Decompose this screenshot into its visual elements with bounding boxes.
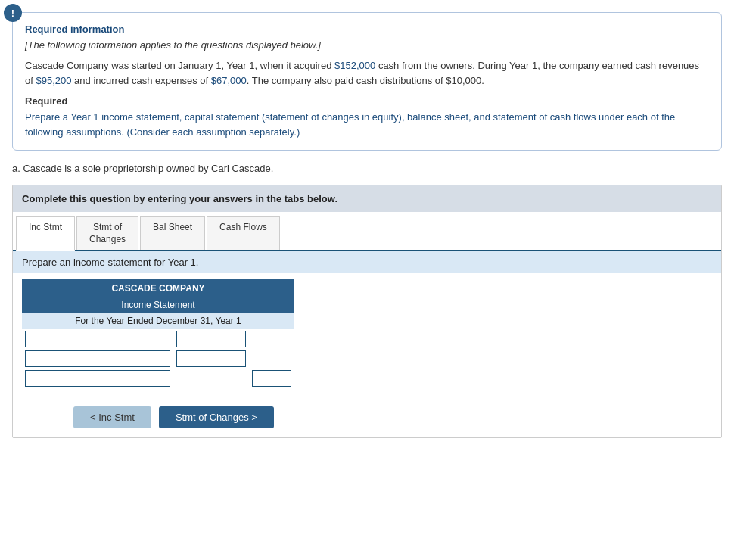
tab-cash-flows[interactable]: Cash Flows bbox=[207, 216, 280, 250]
row1-label-cell bbox=[22, 329, 173, 349]
row2-label-cell bbox=[22, 349, 173, 369]
row2-value-cell bbox=[173, 349, 249, 369]
company-name: CASCADE COMPANY bbox=[22, 279, 294, 297]
row3-value2-input[interactable] bbox=[252, 370, 291, 387]
info-title: Required information bbox=[25, 23, 709, 35]
row1-value2-cell bbox=[249, 329, 294, 349]
navigation-buttons: < Inc Stmt Stmt of Changes > bbox=[13, 397, 721, 437]
tab-section: Complete this question by entering your … bbox=[12, 185, 722, 438]
info-box: ! Required information [The following in… bbox=[12, 12, 722, 151]
table-company-row: CASCADE COMPANY bbox=[22, 279, 294, 297]
row2-value2-cell bbox=[249, 349, 294, 369]
income-statement-table: CASCADE COMPANY Income Statement For the… bbox=[22, 279, 294, 388]
tabs-row: Inc Stmt Stmt ofChanges Bal Sheet Cash F… bbox=[13, 212, 721, 251]
table-row bbox=[22, 349, 294, 369]
highlight-3: $67,000 bbox=[211, 75, 247, 86]
row3-label-cell bbox=[22, 369, 173, 388]
next-button[interactable]: Stmt of Changes > bbox=[159, 406, 274, 428]
statement-title: Income Statement bbox=[22, 297, 294, 313]
row1-label-input[interactable] bbox=[25, 331, 170, 347]
highlight-2: $95,200 bbox=[36, 75, 71, 86]
table-title-row: Income Statement bbox=[22, 297, 294, 313]
statement-period: For the Year Ended December 31, Year 1 bbox=[22, 313, 294, 329]
tab-content-header: Prepare an income statement for Year 1. bbox=[13, 251, 721, 273]
row3-value-cell bbox=[173, 369, 249, 388]
table-date-row: For the Year Ended December 31, Year 1 bbox=[22, 313, 294, 329]
tab-stmt-changes[interactable]: Stmt ofChanges bbox=[76, 216, 138, 250]
row2-label-input[interactable] bbox=[25, 350, 170, 367]
info-italic: [The following information applies to th… bbox=[25, 39, 709, 51]
highlight-1: $152,000 bbox=[334, 60, 375, 71]
question-label: a. Cascade is a sole proprietorship owne… bbox=[12, 163, 722, 174]
tab-bal-sheet[interactable]: Bal Sheet bbox=[140, 216, 205, 250]
tab-instruction: Complete this question by entering your … bbox=[13, 185, 721, 212]
stmt-table-wrapper: CASCADE COMPANY Income Statement For the… bbox=[13, 273, 721, 397]
table-row bbox=[22, 329, 294, 349]
row2-value-input[interactable] bbox=[176, 350, 246, 367]
info-body: Cascade Company was started on January 1… bbox=[25, 58, 709, 88]
required-label: Required bbox=[25, 95, 709, 107]
table-row bbox=[22, 369, 294, 388]
info-icon: ! bbox=[4, 4, 22, 22]
prev-button[interactable]: < Inc Stmt bbox=[73, 406, 151, 428]
row3-value2-cell bbox=[249, 369, 294, 388]
row1-value-input[interactable] bbox=[176, 331, 246, 347]
tab-inc-stmt[interactable]: Inc Stmt bbox=[16, 216, 75, 251]
required-text: Prepare a Year 1 income statement, capit… bbox=[25, 110, 709, 139]
row1-value-cell bbox=[173, 329, 249, 349]
row3-label-input[interactable] bbox=[25, 370, 170, 387]
